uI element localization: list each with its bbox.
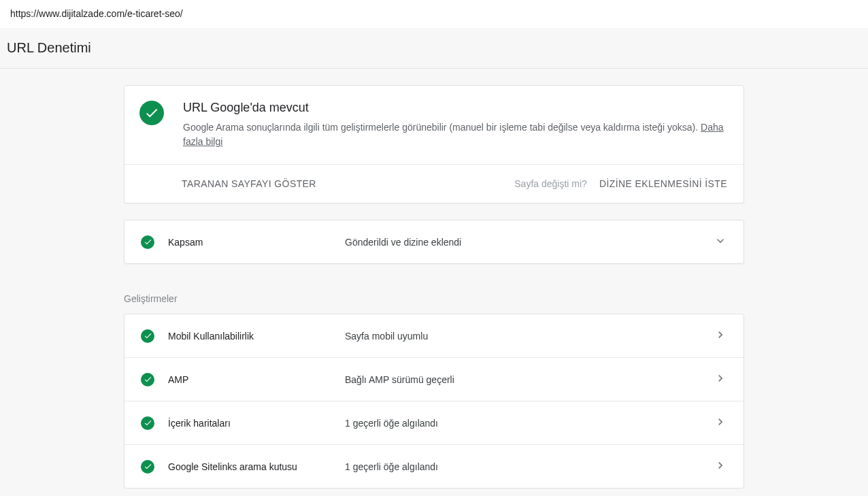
coverage-value: Gönderildi ve dizine eklendi: [345, 237, 714, 248]
enhancement-value: 1 geçerli öğe algılandı: [345, 461, 714, 472]
view-tested-page-button[interactable]: TARANAN SAYFAYI GÖSTER: [182, 178, 316, 189]
coverage-row[interactable]: Kapsam Gönderildi ve dizine eklendi: [124, 220, 744, 263]
status-text-block: URL Google'da mevcut Google Arama sonuçl…: [183, 101, 727, 149]
request-indexing-button[interactable]: DİZİNE EKLENMESİNİ İSTE: [599, 178, 727, 189]
check-circle-icon: [141, 235, 154, 249]
enhancement-row-sitelinks-search[interactable]: Google Sitelinks arama kutusu 1 geçerli …: [124, 444, 744, 488]
enhancement-value: 1 geçerli öğe algılandı: [345, 418, 714, 429]
enhancement-value: Bağlı AMP sürümü geçerli: [345, 374, 714, 385]
chevron-right-icon: [714, 371, 727, 387]
chevron-right-icon: [714, 459, 727, 474]
enhancement-label: Mobil Kullanılabilirlik: [168, 331, 345, 342]
check-circle-icon: [141, 373, 154, 386]
enhancements-header: Geliştirmeler: [124, 269, 744, 314]
enhancement-row-sitemaps[interactable]: İçerik haritaları 1 geçerli öğe algıland…: [124, 401, 744, 444]
enhancement-label: İçerik haritaları: [168, 418, 345, 429]
content-area: URL Google'da mevcut Google Arama sonuçl…: [124, 69, 744, 489]
page-title: URL Denetimi: [7, 40, 861, 56]
url-bar-value: https://www.dijitalzade.com/e-ticaret-se…: [10, 8, 183, 19]
status-card: URL Google'da mevcut Google Arama sonuçl…: [124, 85, 744, 203]
enhancement-row-mobile[interactable]: Mobil Kullanılabilirlik Sayfa mobil uyum…: [124, 314, 744, 357]
enhancement-label: Google Sitelinks arama kutusu: [168, 461, 345, 472]
chevron-right-icon: [714, 415, 727, 431]
enhancement-row-amp[interactable]: AMP Bağlı AMP sürümü geçerli: [124, 357, 744, 401]
enhancements-card: Mobil Kullanılabilirlik Sayfa mobil uyum…: [124, 314, 744, 489]
enhancement-label: AMP: [168, 374, 345, 385]
coverage-card: Kapsam Gönderildi ve dizine eklendi: [124, 220, 744, 264]
check-circle-icon: [139, 101, 164, 125]
status-title: URL Google'da mevcut: [183, 101, 727, 115]
status-card-top: URL Google'da mevcut Google Arama sonuçl…: [124, 86, 744, 165]
check-circle-icon: [141, 416, 154, 430]
page-changed-hint: Sayfa değişti mi?: [514, 178, 587, 189]
chevron-right-icon: [714, 328, 727, 344]
status-description: Google Arama sonuçlarında ilgili tüm gel…: [183, 120, 727, 149]
chevron-down-icon: [714, 234, 727, 250]
coverage-label: Kapsam: [168, 237, 345, 248]
status-card-actions: TARANAN SAYFAYI GÖSTER Sayfa değişti mi?…: [124, 165, 744, 203]
check-circle-icon: [141, 460, 154, 474]
check-circle-icon: [141, 329, 154, 343]
status-description-text: Google Arama sonuçlarında ilgili tüm gel…: [183, 122, 701, 133]
enhancement-value: Sayfa mobil uyumlu: [345, 331, 714, 342]
url-bar[interactable]: https://www.dijitalzade.com/e-ticaret-se…: [0, 0, 868, 28]
page-title-bar: URL Denetimi: [0, 28, 868, 69]
